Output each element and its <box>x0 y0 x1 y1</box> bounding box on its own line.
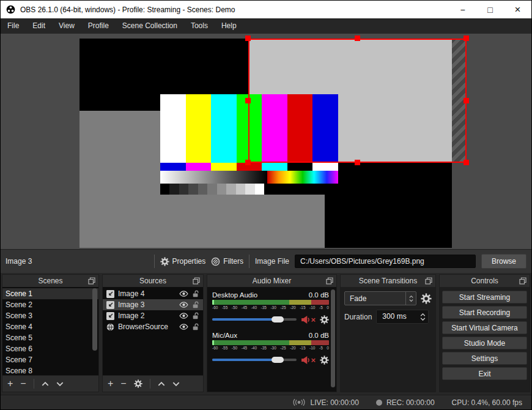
start-recording-button[interactable]: Start Recording <box>442 306 527 319</box>
selection-outline[interactable] <box>248 39 467 163</box>
popout-icon[interactable] <box>425 277 432 285</box>
volume-slider[interactable] <box>212 318 297 321</box>
selection-handle-middle-left[interactable] <box>245 98 251 103</box>
canvas-black-region-bottom-right[interactable] <box>325 163 452 248</box>
selection-handle-bottom-center[interactable] <box>355 160 360 165</box>
spin-down-icon[interactable] <box>420 318 426 321</box>
mixer-scrollbar[interactable] <box>331 289 335 387</box>
remove-source-button[interactable]: − <box>120 379 126 389</box>
source-list-item[interactable]: Image 2 <box>103 310 203 321</box>
volume-slider-fill <box>212 359 278 361</box>
selection-handle-bottom-right[interactable] <box>464 160 469 165</box>
maximize-button[interactable]: □ <box>476 1 504 18</box>
source-list-item[interactable]: BrowserSource <box>103 321 203 332</box>
broadcast-icon <box>292 399 306 406</box>
source-toolbar: Image 3 Properties Filters Image File Br… <box>1 249 531 273</box>
toolbar-separator <box>150 379 150 389</box>
add-scene-button[interactable]: + <box>7 379 13 389</box>
selection-handle-middle-right[interactable] <box>464 98 469 103</box>
menu-bar: File Edit View Profile Scene Collection … <box>1 18 531 34</box>
menu-help[interactable]: Help <box>215 18 243 34</box>
scene-list-item[interactable]: Scene 2 <box>2 299 98 310</box>
scene-list-item[interactable]: Scene 3 <box>2 310 98 321</box>
move-scene-up-button[interactable] <box>42 382 49 386</box>
selection-handle-top-center[interactable] <box>355 35 360 41</box>
volume-slider[interactable] <box>212 359 297 361</box>
source-properties-gear-icon[interactable] <box>134 379 142 388</box>
scene-list-item[interactable]: Scene 5 <box>2 332 98 343</box>
minimize-button[interactable]: − <box>449 1 476 18</box>
mute-button[interactable]: × <box>301 356 316 365</box>
move-scene-down-button[interactable] <box>56 382 64 386</box>
properties-button[interactable]: Properties <box>160 257 206 266</box>
scene-list-item[interactable]: Scene 7 <box>2 354 98 365</box>
selection-handle-top-right[interactable] <box>464 35 469 41</box>
channel-level: 0.0 dB <box>309 291 329 299</box>
transition-select-spinner[interactable] <box>405 292 416 305</box>
exit-button[interactable]: Exit <box>442 367 527 380</box>
volume-slider-thumb[interactable] <box>272 357 284 363</box>
transition-selected-value: Fade <box>345 294 405 303</box>
spin-up-icon[interactable] <box>420 313 426 316</box>
start-streaming-button[interactable]: Start Streaming <box>442 291 527 304</box>
source-label: BrowserSource <box>118 322 168 331</box>
studio-mode-button[interactable]: Studio Mode <box>442 337 527 349</box>
settings-button[interactable]: Settings <box>442 352 527 365</box>
add-source-button[interactable]: + <box>108 379 113 389</box>
transition-settings-gear-icon[interactable] <box>421 293 432 304</box>
start-virtual-camera-button[interactable]: Start Virtual Camera <box>442 321 527 334</box>
selection-handle-bottom-left[interactable] <box>245 160 251 165</box>
menu-edit[interactable]: Edit <box>26 18 52 34</box>
duration-spinbox[interactable]: 300 ms <box>376 310 429 324</box>
channel-settings-gear-icon[interactable] <box>320 315 329 324</box>
volume-meter <box>212 300 329 305</box>
filters-label: Filters <box>223 257 243 266</box>
visibility-eye-icon[interactable] <box>179 291 188 297</box>
filters-button[interactable]: Filters <box>211 257 243 266</box>
source-label: Image 2 <box>118 311 144 320</box>
visibility-eye-icon[interactable] <box>179 302 188 308</box>
visibility-eye-icon[interactable] <box>179 313 188 319</box>
browse-button[interactable]: Browse <box>481 254 526 269</box>
lock-icon[interactable] <box>192 323 199 330</box>
popout-icon[interactable] <box>193 277 200 285</box>
channel-settings-gear-icon[interactable] <box>320 356 329 365</box>
lock-icon[interactable] <box>192 290 199 297</box>
controls-title: Controls <box>471 277 498 285</box>
move-source-down-button[interactable] <box>172 382 180 386</box>
live-status: LIVE: 00:00:00 <box>292 398 358 407</box>
volume-slider-thumb[interactable] <box>272 316 284 322</box>
popout-icon[interactable] <box>88 277 95 285</box>
gradient-strip <box>160 171 338 184</box>
image-file-input[interactable] <box>295 255 476 268</box>
transition-select[interactable]: Fade <box>344 291 416 305</box>
menu-profile[interactable]: Profile <box>81 18 116 34</box>
menu-scene-collection[interactable]: Scene Collection <box>116 18 184 34</box>
popout-icon[interactable] <box>326 277 333 285</box>
menu-tools[interactable]: Tools <box>184 18 215 34</box>
close-button[interactable]: × <box>504 1 531 18</box>
scene-list-item[interactable]: Scene 8 <box>2 365 98 375</box>
visibility-eye-icon[interactable] <box>179 324 188 330</box>
scene-list-item[interactable]: Scene 1 <box>2 288 98 299</box>
image-source-icon <box>106 301 114 309</box>
menu-view[interactable]: View <box>52 18 81 34</box>
popout-icon[interactable] <box>519 277 526 285</box>
selection-handle-top-left[interactable] <box>245 35 251 41</box>
mixer-channel-mic-aux: Mic/Aux 0.0 dB -60-55-50-45-40-35-30-25-… <box>212 330 329 366</box>
source-list-item[interactable]: Image 3 <box>103 299 203 310</box>
mute-button[interactable]: × <box>301 315 316 324</box>
lock-icon[interactable] <box>192 301 199 308</box>
source-list-item[interactable]: Image 4 <box>103 288 203 299</box>
image-file-label: Image File <box>255 257 289 266</box>
remove-scene-button[interactable]: − <box>20 379 26 389</box>
scene-list-item[interactable]: Scene 6 <box>2 343 98 354</box>
toolbar-separator <box>249 255 249 268</box>
move-source-up-button[interactable] <box>158 382 165 386</box>
scenes-scrollbar[interactable] <box>92 288 97 351</box>
menu-file[interactable]: File <box>1 18 26 34</box>
lock-icon[interactable] <box>192 312 199 319</box>
volume-slider-fill <box>212 318 278 321</box>
scene-list-item[interactable]: Scene 4 <box>2 321 98 332</box>
image-source-icon <box>106 312 114 320</box>
